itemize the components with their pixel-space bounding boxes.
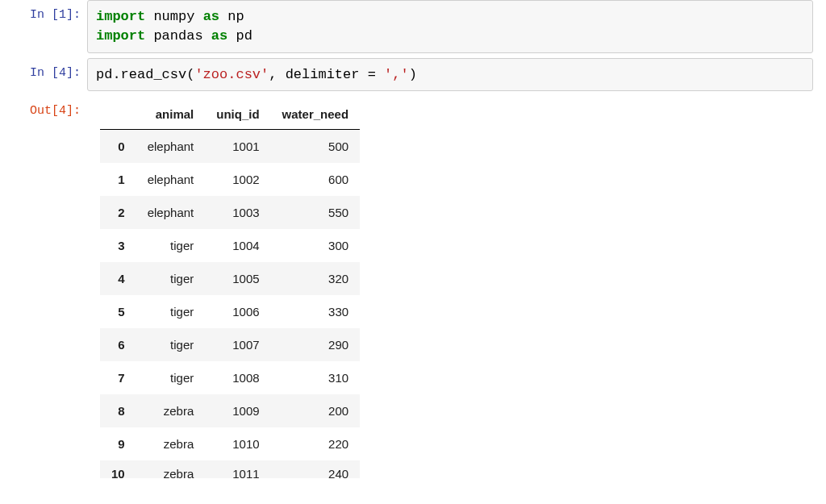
cell-uniq_id: 1007 [205, 328, 270, 361]
cell-water_need: 320 [271, 262, 361, 295]
cell-animal: elephant [136, 196, 206, 229]
table-row: 6tiger1007290 [100, 328, 360, 361]
cell-uniq_id: 1010 [205, 427, 270, 460]
cell-animal: tiger [136, 295, 206, 328]
code-cell-1: In [1]: import numpy as np import pandas… [0, 0, 826, 53]
cell-uniq_id: 1005 [205, 262, 270, 295]
output-cell-2: Out[4]: animal uniq_id water_need 0eleph… [0, 96, 826, 478]
table-header-row: animal uniq_id water_need [100, 99, 360, 130]
code-cell-2: In [4]: pd.read_csv('zoo.csv', delimiter… [0, 58, 826, 92]
cell-water_need: 290 [271, 328, 361, 361]
table-row: 7tiger1008310 [100, 361, 360, 394]
row-index: 5 [100, 295, 136, 328]
cell-water_need: 550 [271, 196, 361, 229]
cell-animal: elephant [136, 163, 206, 196]
col-water-need: water_need [271, 99, 361, 130]
col-animal: animal [136, 99, 206, 130]
cell-animal: zebra [136, 394, 206, 427]
table-row: 3tiger1004300 [100, 229, 360, 262]
cell-water_need: 330 [271, 295, 361, 328]
cell-water_need: 300 [271, 229, 361, 262]
cell-water_need: 240 [271, 460, 361, 478]
input-prompt-1: In [1]: [0, 0, 87, 53]
row-index: 8 [100, 394, 136, 427]
col-uniq-id: uniq_id [205, 99, 270, 130]
cell-animal: tiger [136, 229, 206, 262]
table-row: 8zebra1009200 [100, 394, 360, 427]
row-index: 6 [100, 328, 136, 361]
cell-water_need: 310 [271, 361, 361, 394]
cell-uniq_id: 1001 [205, 130, 270, 164]
table-row: 9zebra1010220 [100, 427, 360, 460]
cell-uniq_id: 1006 [205, 295, 270, 328]
cell-uniq_id: 1008 [205, 361, 270, 394]
cell-uniq_id: 1004 [205, 229, 270, 262]
cell-water_need: 220 [271, 427, 361, 460]
row-index: 2 [100, 196, 136, 229]
output-area-2: animal uniq_id water_need 0elephant10015… [87, 96, 826, 478]
row-index: 4 [100, 262, 136, 295]
cell-water_need: 600 [271, 163, 361, 196]
cell-uniq_id: 1003 [205, 196, 270, 229]
table-row: 1elephant1002600 [100, 163, 360, 196]
cell-animal: tiger [136, 328, 206, 361]
cell-water_need: 200 [271, 394, 361, 427]
cell-animal: zebra [136, 427, 206, 460]
row-index: 10 [100, 460, 136, 478]
input-prompt-2: In [4]: [0, 58, 87, 92]
row-index: 7 [100, 361, 136, 394]
cell-water_need: 500 [271, 130, 361, 164]
table-row: 2elephant1003550 [100, 196, 360, 229]
col-index [100, 99, 136, 130]
table-row: 0elephant1001500 [100, 130, 360, 164]
row-index: 3 [100, 229, 136, 262]
code-input-2[interactable]: pd.read_csv('zoo.csv', delimiter = ',') [87, 58, 813, 92]
row-index: 1 [100, 163, 136, 196]
table-row: 4tiger1005320 [100, 262, 360, 295]
cell-animal: tiger [136, 262, 206, 295]
code-input-1[interactable]: import numpy as np import pandas as pd [87, 0, 813, 53]
cell-animal: zebra [136, 460, 206, 478]
dataframe-table: animal uniq_id water_need 0elephant10015… [100, 99, 360, 478]
cell-uniq_id: 1002 [205, 163, 270, 196]
table-row: 5tiger1006330 [100, 295, 360, 328]
cell-uniq_id: 1009 [205, 394, 270, 427]
table-row: 10zebra1011240 [100, 460, 360, 478]
row-index: 9 [100, 427, 136, 460]
row-index: 0 [100, 130, 136, 164]
output-prompt-2: Out[4]: [0, 96, 87, 478]
cell-uniq_id: 1011 [205, 460, 270, 478]
cell-animal: tiger [136, 361, 206, 394]
cell-animal: elephant [136, 130, 206, 164]
